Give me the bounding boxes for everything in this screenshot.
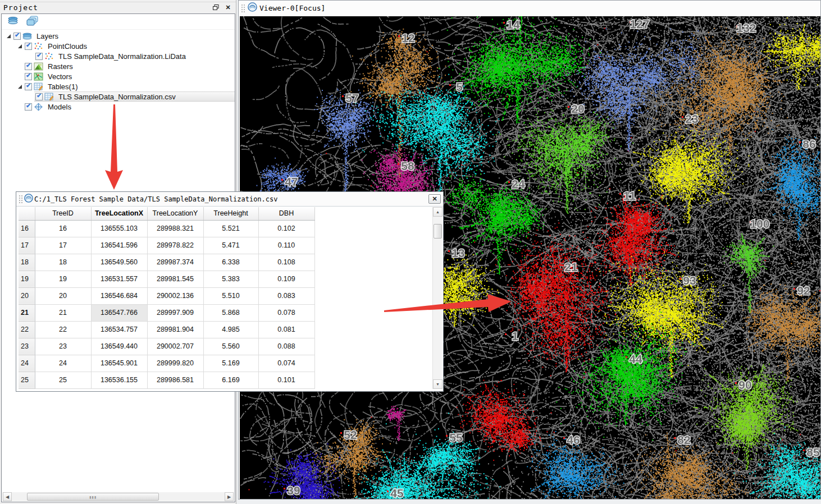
cell[interactable]: 136534.757 [91, 321, 147, 338]
scrollbar-thumb[interactable] [27, 493, 159, 501]
cell[interactable]: 0.081 [258, 321, 314, 338]
checkbox-rasters[interactable] [25, 63, 32, 70]
cell[interactable]: 136549.560 [91, 254, 147, 271]
cell[interactable]: 25 [35, 372, 91, 388]
expander-icon[interactable] [5, 33, 12, 40]
row-header[interactable]: 18 [19, 254, 35, 271]
table-titlebar[interactable]: C:/1_TLS Forest Sample Data/TLS SampleDa… [16, 192, 443, 207]
cell[interactable]: 0.074 [258, 355, 314, 372]
cascade-windows-icon[interactable] [26, 16, 39, 28]
cell[interactable]: 0.102 [258, 220, 314, 237]
drag-grip-icon[interactable] [241, 4, 245, 13]
checkbox-csv[interactable] [35, 93, 43, 100]
scroll-left-icon[interactable]: ◀ [3, 492, 12, 501]
cell[interactable]: 23 [35, 338, 91, 355]
cell[interactable]: 289987.374 [147, 254, 203, 271]
cell[interactable]: 136545.901 [91, 355, 147, 372]
cell[interactable]: 0.109 [258, 271, 314, 287]
cell[interactable]: 289978.822 [147, 237, 203, 254]
drag-grip-icon[interactable] [19, 195, 23, 204]
cell[interactable]: 24 [35, 355, 91, 372]
corner-header[interactable] [19, 207, 35, 220]
cell[interactable]: 136531.557 [91, 271, 147, 287]
cell[interactable]: 289986.581 [147, 372, 203, 388]
table-row[interactable]: 1818136549.560289987.3746.3380.108 [19, 254, 314, 271]
column-header-treelocationy[interactable]: TreeLocationY [147, 207, 203, 220]
project-panel-titlebar[interactable]: Project ✕ [0, 2, 236, 12]
cell[interactable]: 0.110 [258, 237, 314, 254]
tree-item-tables[interactable]: Tables(1) [2, 81, 235, 91]
cell[interactable]: 18 [35, 254, 91, 271]
checkbox-pointclouds[interactable] [25, 43, 32, 50]
row-header[interactable]: 24 [19, 355, 35, 372]
cell[interactable]: 5.383 [203, 271, 258, 287]
layer-stack-icon[interactable] [7, 16, 20, 28]
tree-item-pointclouds[interactable]: PointClouds [2, 41, 235, 51]
column-header-treeheight[interactable]: TreeHeight [203, 207, 258, 220]
cell[interactable]: 16 [35, 220, 91, 237]
scroll-up-icon[interactable]: ▲ [433, 207, 443, 217]
row-header[interactable]: 16 [19, 220, 35, 237]
cell[interactable]: 136541.596 [91, 237, 147, 254]
cell[interactable]: 289997.909 [147, 304, 203, 321]
row-header[interactable]: 19 [19, 271, 35, 287]
tree-item-lidata-file[interactable]: TLS SampleData_Normalization.LiData [2, 51, 235, 61]
selected-cell[interactable]: 136547.766 [91, 304, 147, 321]
cell[interactable]: 5.510 [203, 287, 258, 304]
cell[interactable]: 5.471 [203, 237, 258, 254]
cell[interactable]: 136549.440 [91, 338, 147, 355]
cell[interactable]: 20 [35, 287, 91, 304]
cell[interactable]: 5.169 [203, 355, 258, 372]
column-header-treelocationx[interactable]: TreeLocationX [91, 207, 147, 220]
tree-item-rasters[interactable]: Rasters [2, 61, 235, 71]
checkbox-models[interactable] [25, 103, 32, 111]
cell[interactable]: 5.521 [203, 220, 258, 237]
cell[interactable]: 6.169 [203, 372, 258, 388]
scroll-right-icon[interactable]: ▶ [225, 492, 234, 501]
table-row[interactable]: 1717136541.596289978.8225.4710.110 [19, 237, 314, 254]
checkbox-tables[interactable] [25, 83, 32, 90]
row-header[interactable]: 22 [19, 321, 35, 338]
table-row[interactable]: 2020136546.684290002.1365.5100.083 [19, 287, 314, 304]
tree-item-layers[interactable]: Layers [2, 31, 235, 41]
tree-item-models[interactable]: Models [2, 102, 235, 112]
table-row[interactable]: 2525136536.155289986.5816.1690.101 [19, 372, 314, 388]
cell[interactable]: 4.985 [203, 321, 258, 338]
viewer-titlebar[interactable]: Viewer-0[Focus] [239, 1, 820, 16]
cell[interactable]: 0.083 [258, 287, 314, 304]
cell[interactable]: 0.088 [258, 338, 314, 355]
cell[interactable]: 289981.545 [147, 271, 203, 287]
cell[interactable]: 5.560 [203, 338, 258, 355]
cell[interactable]: 0.101 [258, 372, 314, 388]
cell[interactable]: 136546.684 [91, 287, 147, 304]
cell[interactable]: 289999.820 [147, 355, 203, 372]
scrollbar-thumb[interactable] [434, 224, 442, 239]
table-row-selected[interactable]: 2121136547.766289997.9095.8680.078 [19, 304, 314, 321]
row-header[interactable]: 25 [19, 372, 35, 388]
expander-icon[interactable] [16, 83, 24, 90]
column-header-treeid[interactable]: TreeID [35, 207, 91, 220]
checkbox-layers[interactable] [13, 33, 21, 40]
cell[interactable]: 6.338 [203, 254, 258, 271]
cell[interactable]: 289988.321 [147, 220, 203, 237]
table-row[interactable]: 2424136545.901289999.8205.1690.074 [19, 355, 314, 372]
cell[interactable]: 17 [35, 237, 91, 254]
table-row[interactable]: 2222136534.757289981.9044.9850.081 [19, 321, 314, 338]
cell[interactable]: 5.868 [203, 304, 258, 321]
expander-icon[interactable] [16, 43, 24, 50]
cell[interactable]: 22 [35, 321, 91, 338]
cell[interactable]: 0.108 [258, 254, 314, 271]
table-row[interactable]: 2323136549.440290002.7075.5600.088 [19, 338, 314, 355]
table-row[interactable]: 1919136531.557289981.5455.3830.109 [19, 271, 314, 287]
cell[interactable]: 290002.136 [147, 287, 203, 304]
checkbox-lidata[interactable] [35, 53, 43, 60]
cell[interactable]: 290002.707 [147, 338, 203, 355]
checkbox-vectors[interactable] [25, 73, 32, 80]
cell[interactable]: 21 [35, 304, 91, 321]
table-row[interactable]: 1616136555.103289988.3215.5210.102 [19, 220, 314, 237]
column-header-dbh[interactable]: DBH [258, 207, 314, 220]
vertical-scrollbar[interactable]: ▲ ▼ [432, 207, 442, 389]
float-window-icon[interactable] [211, 3, 220, 11]
scroll-down-icon[interactable]: ▼ [433, 379, 443, 389]
row-header[interactable]: 21 [19, 304, 35, 321]
